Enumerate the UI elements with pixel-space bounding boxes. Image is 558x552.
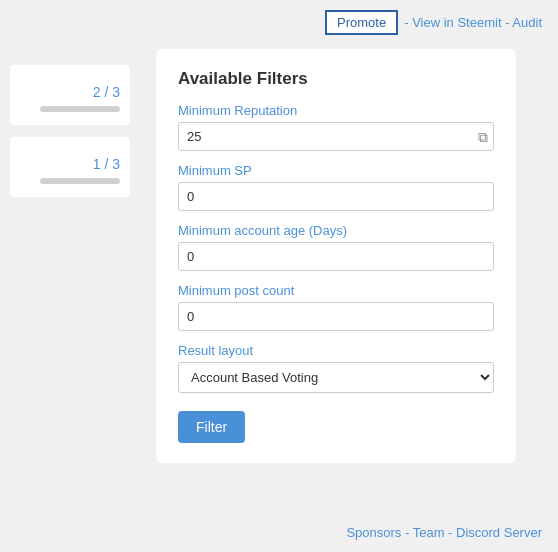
filter-button[interactable]: Filter bbox=[178, 411, 245, 443]
result-layout-field: Result layout Account Based Voting Post … bbox=[178, 343, 494, 393]
min-age-field: Minimum account age (Days) bbox=[178, 223, 494, 271]
min-age-input[interactable] bbox=[178, 242, 494, 271]
min-sp-label: Minimum SP bbox=[178, 163, 494, 178]
filter-panel: Available Filters Minimum Reputation ⧉ M… bbox=[156, 49, 516, 463]
separator: - bbox=[404, 15, 408, 30]
sidebar-card-2-bar bbox=[40, 178, 120, 184]
min-reputation-input-wrapper: ⧉ bbox=[178, 122, 494, 151]
result-layout-select[interactable]: Account Based Voting Post Based Voting S… bbox=[178, 362, 494, 393]
discord-link[interactable]: Discord Server bbox=[456, 525, 542, 540]
min-sp-input[interactable] bbox=[178, 182, 494, 211]
min-post-label: Minimum post count bbox=[178, 283, 494, 298]
copy-icon[interactable]: ⧉ bbox=[478, 128, 488, 145]
filter-panel-title: Available Filters bbox=[178, 69, 494, 89]
sidebar-card-1: 2 / 3 bbox=[10, 65, 130, 125]
result-layout-label: Result layout bbox=[178, 343, 494, 358]
promote-button[interactable]: Promote bbox=[325, 10, 398, 35]
top-links: - View in Steemit - Audit bbox=[404, 15, 542, 30]
team-link[interactable]: Team bbox=[413, 525, 445, 540]
min-reputation-label: Minimum Reputation bbox=[178, 103, 494, 118]
top-bar: Promote - View in Steemit - Audit bbox=[0, 0, 558, 45]
min-post-input[interactable] bbox=[178, 302, 494, 331]
sidebar-card-2: 1 / 3 bbox=[10, 137, 130, 197]
min-reputation-input[interactable] bbox=[178, 122, 494, 151]
sidebar-card-1-bar bbox=[40, 106, 120, 112]
view-steemit-link[interactable]: View in Steemit bbox=[412, 15, 501, 30]
audit-link[interactable]: Audit bbox=[512, 15, 542, 30]
sidebar-card-1-number: 2 / 3 bbox=[93, 84, 120, 100]
sidebar-card-2-number: 1 / 3 bbox=[93, 156, 120, 172]
footer-sep2: - bbox=[444, 525, 456, 540]
sponsors-link[interactable]: Sponsors bbox=[346, 525, 401, 540]
sidebar: 2 / 3 1 / 3 bbox=[10, 45, 140, 463]
min-post-field: Minimum post count bbox=[178, 283, 494, 331]
footer: Sponsors - Team - Discord Server bbox=[346, 525, 542, 540]
min-sp-field: Minimum SP bbox=[178, 163, 494, 211]
footer-sep1: - bbox=[401, 525, 412, 540]
min-reputation-field: Minimum Reputation ⧉ bbox=[178, 103, 494, 151]
main-area: 2 / 3 1 / 3 Available Filters Minimum Re… bbox=[0, 45, 558, 463]
min-age-label: Minimum account age (Days) bbox=[178, 223, 494, 238]
